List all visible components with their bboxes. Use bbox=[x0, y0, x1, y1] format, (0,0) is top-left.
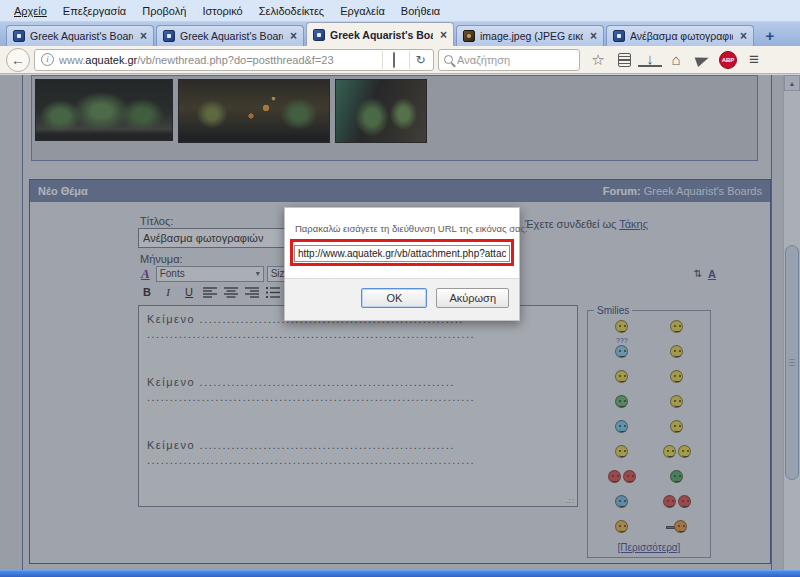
reload-button[interactable]: ↻ bbox=[409, 51, 431, 69]
tab-close-icon[interactable]: × bbox=[738, 29, 749, 43]
menu-hamburger-icon[interactable]: ≡ bbox=[742, 48, 766, 72]
search-input[interactable] bbox=[457, 54, 574, 66]
menu-history[interactable]: Ιστορικό bbox=[194, 2, 250, 20]
tab-close-icon[interactable]: × bbox=[438, 28, 449, 42]
url-path: /vb/newthread.php?do=postthread&f=23 bbox=[137, 54, 333, 66]
adblock-icon[interactable]: ABP bbox=[716, 48, 740, 72]
vbulletin-favicon bbox=[313, 29, 325, 41]
menu-help[interactable]: Βοήθεια bbox=[393, 2, 448, 20]
windows-taskbar-edge bbox=[0, 570, 800, 577]
menu-bar: Αρχείο Επεξεργασία Προβολή Ιστορικό Σελι… bbox=[0, 0, 800, 22]
menu-file[interactable]: Αρχείο bbox=[6, 2, 55, 20]
menu-edit[interactable]: Επεξεργασία bbox=[55, 2, 134, 20]
ok-button[interactable]: OK bbox=[361, 288, 427, 308]
url-bar[interactable]: i www.aquatek.gr/vb/newthread.php?do=pos… bbox=[34, 49, 434, 71]
menu-tools[interactable]: Εργαλεία bbox=[332, 2, 393, 20]
vbulletin-favicon bbox=[613, 30, 625, 42]
reader-mode-icon bbox=[393, 52, 395, 68]
share-icon[interactable] bbox=[690, 48, 714, 72]
url-text[interactable]: www.aquatek.gr/vb/newthread.php?do=postt… bbox=[59, 54, 377, 66]
site-info-icon[interactable]: i bbox=[41, 53, 54, 66]
tab-5[interactable]: Ανέβασμα φωτογραφιών ... × bbox=[606, 25, 754, 46]
tab-close-icon[interactable]: × bbox=[288, 29, 299, 43]
url-domain: aquatek.gr bbox=[85, 54, 137, 66]
image-url-input[interactable] bbox=[294, 245, 510, 262]
tab-close-icon[interactable]: × bbox=[588, 29, 599, 43]
bookmark-star-icon[interactable]: ☆ bbox=[586, 48, 610, 72]
image-favicon bbox=[463, 30, 475, 42]
tab-1[interactable]: Greek Aquarist's Boards - ... × bbox=[6, 25, 154, 46]
annotation-highlight-box bbox=[290, 239, 514, 266]
vbulletin-favicon bbox=[163, 30, 175, 42]
reader-mode-button[interactable] bbox=[382, 51, 404, 69]
back-button[interactable]: ← bbox=[6, 48, 30, 72]
tab-title: Ανέβασμα φωτογραφιών ... bbox=[630, 30, 733, 42]
url-prompt-dialog: Παρακαλώ εισάγετε τη διεύθυνση URL της ε… bbox=[284, 207, 520, 321]
new-tab-button[interactable]: + bbox=[758, 26, 782, 46]
downloads-icon[interactable]: ↓ bbox=[638, 52, 662, 67]
modal-dim-overlay bbox=[0, 75, 800, 570]
cancel-button[interactable]: Ακύρωση bbox=[436, 288, 509, 308]
tab-title: image.jpeg (JPEG εικόνα,... bbox=[480, 30, 583, 42]
prompt-message: Παρακαλώ εισάγετε τη διεύθυνση URL της ε… bbox=[285, 208, 519, 234]
menu-bookmarks[interactable]: Σελιδοδείκτες bbox=[251, 2, 332, 20]
tab-2[interactable]: Greek Aquarist's Boards - ... × bbox=[156, 25, 304, 46]
tab-title: Greek Aquarist's Boards - ... bbox=[330, 29, 433, 41]
tab-title: Greek Aquarist's Boards - ... bbox=[30, 30, 133, 42]
url-prefix: www. bbox=[59, 54, 85, 66]
adblock-badge: ABP bbox=[719, 51, 737, 69]
page-viewport: Νέο Θέμα Forum: Greek Aquarist's Boards … bbox=[0, 75, 800, 570]
navigation-bar: ← i www.aquatek.gr/vb/newthread.php?do=p… bbox=[0, 46, 800, 74]
vbulletin-favicon bbox=[13, 30, 25, 42]
browser-window: Αρχείο Επεξεργασία Προβολή Ιστορικό Σελι… bbox=[0, 0, 800, 577]
home-icon[interactable]: ⌂ bbox=[664, 48, 688, 72]
dialog-footer: OK Ακύρωση bbox=[285, 278, 519, 320]
library-glyph bbox=[618, 53, 631, 67]
tab-title: Greek Aquarist's Boards - ... bbox=[180, 30, 283, 42]
tab-3-active[interactable]: Greek Aquarist's Boards - ... × bbox=[306, 22, 454, 46]
share-glyph bbox=[694, 53, 710, 67]
toolbar-icons: ☆ ↓ ⌂ ABP ≡ bbox=[586, 48, 766, 72]
search-icon bbox=[444, 55, 453, 64]
menu-view[interactable]: Προβολή bbox=[134, 2, 194, 20]
tab-close-icon[interactable]: × bbox=[138, 29, 149, 43]
tab-4[interactable]: image.jpeg (JPEG εικόνα,... × bbox=[456, 25, 604, 46]
bookmarks-library-icon[interactable] bbox=[612, 48, 636, 72]
tab-strip: Greek Aquarist's Boards - ... × Greek Aq… bbox=[0, 22, 800, 46]
search-box[interactable] bbox=[438, 49, 580, 71]
